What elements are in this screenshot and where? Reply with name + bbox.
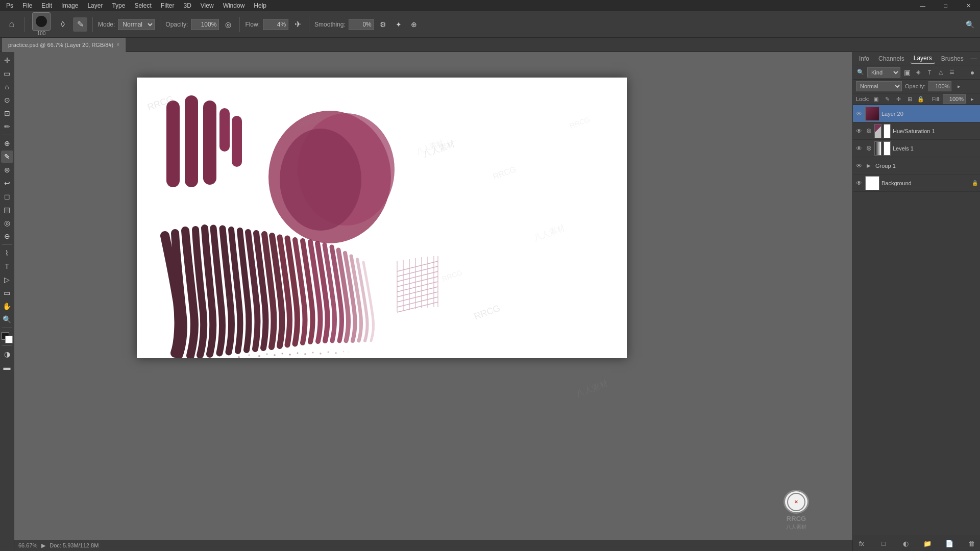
toggle-brush-icon[interactable]: ✎ [73, 17, 87, 32]
layer-name-bg: Background [881, 180, 970, 186]
lock-image[interactable]: ✎ [883, 94, 892, 104]
layer-visibility-bg[interactable]: 👁 [855, 179, 863, 187]
crop-tool[interactable]: ⊡ [1, 107, 13, 119]
document-tab[interactable]: practice.psd @ 66.7% (Layer 20, RGB/8#) … [2, 38, 126, 52]
layer-opacity-input[interactable] [928, 81, 951, 91]
layers-panel: 🔍 Kind Name Effect Mode Attribute Color … [853, 65, 980, 551]
tab-info[interactable]: Info [856, 54, 872, 63]
adjustment-filter[interactable]: ◈ [914, 68, 923, 77]
add-adjustment-button[interactable]: ◐ [900, 538, 911, 549]
add-mask-button[interactable]: □ [878, 538, 889, 549]
spot-healing-tool[interactable]: ⊕ [1, 137, 13, 149]
pressure-toggle[interactable]: ⊕ [408, 18, 420, 31]
layer-blend-mode-select[interactable]: Normal Multiply Screen Overlay Soft Ligh… [856, 81, 902, 91]
menu-view[interactable]: View [197, 1, 218, 10]
clone-tool[interactable]: ⊛ [1, 164, 13, 176]
zoom-level: 66.67% [18, 542, 37, 548]
brush-preview[interactable] [32, 12, 51, 31]
mode-label: Mode: [98, 21, 115, 28]
tab-channels[interactable]: Channels [875, 54, 908, 63]
airbrush-toggle[interactable]: ✈ [291, 18, 304, 31]
close-button[interactable]: ✕ [957, 0, 980, 11]
lock-artboard[interactable]: ⊞ [905, 94, 914, 104]
canvas-area[interactable]: RRCG 八人素材 RRCG 八人素材 RRCG 八人素材 RRCG 66.67… [14, 52, 852, 551]
menu-image[interactable]: Image [57, 1, 82, 10]
menu-window[interactable]: Window [219, 1, 249, 10]
blend-mode-select[interactable]: Normal Multiply Screen Overlay [118, 19, 155, 30]
smoothing-settings[interactable]: ⚙ [377, 18, 389, 31]
tab-close-button[interactable]: × [116, 42, 119, 47]
layer-item-levels[interactable]: 👁 ⛓ Levels 1 [853, 140, 980, 157]
hand-tool[interactable]: ✋ [1, 300, 13, 312]
layer-item-group1[interactable]: 👁 ▶ Group 1 [853, 157, 980, 174]
brush-tool active[interactable]: ✎ [1, 151, 13, 163]
layer-visibility-group1[interactable]: 👁 [855, 162, 863, 170]
dodge-tool[interactable]: ⊖ [1, 230, 13, 242]
add-group-button[interactable]: 📁 [922, 538, 933, 549]
tab-layers[interactable]: Layers [911, 54, 935, 64]
menu-edit[interactable]: Edit [37, 1, 56, 10]
layer-visibility-levels[interactable]: 👁 [855, 144, 863, 153]
lasso-tool[interactable]: ⌂ [1, 81, 13, 93]
tab-brushes[interactable]: Brushes [938, 54, 967, 63]
rrcg-circle: ✕ [783, 490, 809, 514]
layer-visibility-layer20[interactable]: 👁 [855, 110, 863, 118]
minimize-button[interactable]: — [911, 0, 934, 11]
opacity-pressure-toggle[interactable]: ◎ [222, 18, 234, 31]
select-tool[interactable]: ▭ [1, 67, 13, 80]
smart-filter[interactable]: ☰ [947, 68, 957, 77]
move-tool[interactable]: ✛ [1, 54, 13, 66]
menu-select[interactable]: Select [130, 1, 155, 10]
maximize-button[interactable]: □ [934, 0, 957, 11]
gradient-tool[interactable]: ▤ [1, 204, 13, 216]
menu-file[interactable]: File [18, 1, 36, 10]
lock-transparent[interactable]: ▣ [871, 94, 880, 104]
background-color[interactable] [5, 336, 13, 343]
shape-filter[interactable]: △ [936, 68, 945, 77]
group-arrow[interactable]: ▶ [865, 162, 872, 169]
eyedropper-tool[interactable]: ✏ [1, 120, 13, 133]
quick-select-tool[interactable]: ⊙ [1, 94, 13, 106]
quick-mask-toggle[interactable]: ◑ [1, 348, 13, 360]
blur-tool[interactable]: ◎ [1, 217, 13, 229]
flow-input[interactable] [263, 19, 288, 30]
pixel-filter[interactable]: ▣ [902, 68, 912, 77]
fill-input[interactable] [943, 94, 966, 104]
lock-all[interactable]: 🔒 [916, 94, 925, 104]
add-effect-button[interactable]: fx [856, 538, 867, 549]
menu-type[interactable]: Type [108, 1, 129, 10]
layer-item-background[interactable]: 👁 Background 🔒 [853, 174, 980, 192]
shape-tool[interactable]: ▭ [1, 287, 13, 299]
screen-mode-toggle[interactable]: ▬ [1, 361, 13, 373]
panel-collapse[interactable]: — [970, 55, 978, 63]
layer-item-layer20[interactable]: 👁 Layer 20 [853, 105, 980, 122]
symmetry-toggle[interactable]: ✦ [393, 18, 405, 31]
menu-help[interactable]: Help [250, 1, 271, 10]
menu-3d[interactable]: 3D [179, 1, 195, 10]
home-button[interactable]: ⌂ [4, 17, 19, 32]
delete-layer-button[interactable]: 🗑 [966, 538, 977, 549]
pen-tool[interactable]: ⌇ [1, 247, 13, 259]
path-select-tool[interactable]: ▷ [1, 273, 13, 286]
layer-item-huesaturation[interactable]: 👁 ⛓ Hue/Saturation 1 [853, 122, 980, 140]
search-button[interactable]: 🔍 [964, 18, 976, 31]
add-layer-button[interactable]: 📄 [944, 538, 955, 549]
zoom-tool[interactable]: 🔍 [1, 313, 13, 325]
fill-expand[interactable]: ▸ [968, 94, 977, 104]
menu-layer[interactable]: Layer [83, 1, 107, 10]
layer-filter-select[interactable]: Kind Name Effect Mode Attribute Color [867, 67, 900, 78]
lock-position[interactable]: ✛ [894, 94, 903, 104]
toggle-brush-pressure[interactable]: ◊ [56, 17, 70, 32]
smoothing-input[interactable] [349, 19, 374, 30]
opacity-input[interactable] [191, 19, 219, 30]
history-brush[interactable]: ↩ [1, 177, 13, 189]
menu-filter[interactable]: Filter [157, 1, 179, 10]
color-swatch[interactable] [2, 332, 13, 343]
opacity-expand[interactable]: ▸ [954, 82, 964, 91]
text-tool[interactable]: T [1, 260, 13, 272]
ps-logo[interactable]: Ps [2, 1, 17, 10]
filter-toggle[interactable]: ● [968, 68, 977, 77]
layer-visibility-huesat[interactable]: 👁 [855, 127, 863, 135]
text-filter[interactable]: T [925, 68, 934, 77]
eraser-tool[interactable]: ◻ [1, 190, 13, 203]
